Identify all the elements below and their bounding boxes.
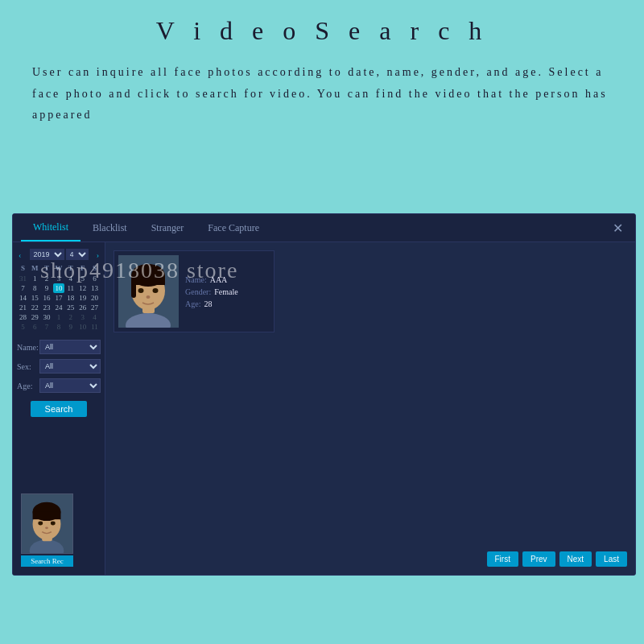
- calendar-day[interactable]: 13: [89, 283, 101, 293]
- calendar-day[interactable]: 8: [53, 322, 65, 332]
- svg-point-7: [51, 522, 56, 526]
- svg-rect-15: [131, 275, 136, 298]
- age-label: Age:: [17, 382, 39, 390]
- calendar-day[interactable]: 23: [41, 303, 53, 312]
- tab-bar: Whitelist Blacklist Stranger Face Captur…: [13, 214, 635, 242]
- svg-point-8: [45, 526, 48, 529]
- calendar-month-select[interactable]: 4: [66, 249, 89, 260]
- calendar-grid: S M T W T F S 31123456789101112: [17, 262, 101, 332]
- svg-point-6: [38, 522, 43, 526]
- calendar-prev[interactable]: ‹: [19, 250, 21, 259]
- calendar-day[interactable]: 1: [29, 274, 41, 283]
- filter-section: Name: All Sex: All Age: A: [17, 340, 101, 393]
- person-face-svg: [22, 493, 72, 554]
- calendar-day[interactable]: 27: [89, 303, 101, 312]
- search-rec-label[interactable]: Search Rec: [21, 555, 73, 567]
- calendar-day[interactable]: 5: [17, 322, 29, 332]
- calendar-day[interactable]: 31: [17, 274, 29, 283]
- calendar-day[interactable]: 28: [17, 312, 29, 322]
- photo-name-label: Name:: [185, 275, 207, 284]
- photo-gender-row: Gender: Female: [185, 287, 238, 296]
- cal-day-s2: S: [89, 262, 101, 274]
- calendar-day[interactable]: 10: [76, 322, 89, 332]
- search-button[interactable]: Search: [31, 401, 88, 417]
- person-card: Search Rec: [17, 489, 109, 571]
- cal-day-f: F: [76, 262, 89, 274]
- main-panel: Whitelist Blacklist Stranger Face Captur…: [12, 213, 636, 576]
- filter-age-row: Age: All: [17, 378, 101, 393]
- calendar-day[interactable]: 21: [17, 303, 29, 312]
- name-select[interactable]: All: [39, 340, 101, 354]
- cal-day-s: S: [17, 262, 29, 274]
- calendar-day[interactable]: 16: [41, 293, 53, 303]
- first-button[interactable]: First: [487, 551, 518, 567]
- sex-select[interactable]: All: [39, 359, 101, 374]
- svg-rect-14: [131, 275, 165, 285]
- calendar-day[interactable]: 10: [53, 283, 65, 293]
- cal-day-t: T: [41, 262, 53, 274]
- cal-day-m: M: [29, 262, 41, 274]
- calendar-day[interactable]: 4: [89, 312, 101, 322]
- filter-name-row: Name: All: [17, 340, 101, 354]
- calendar-day[interactable]: 2: [41, 274, 53, 283]
- calendar-day[interactable]: 2: [64, 312, 76, 322]
- main-content: Name: AAA Gender: Female Age: 28 First: [105, 242, 635, 575]
- calendar-next[interactable]: ›: [97, 250, 99, 259]
- calendar-day[interactable]: 3: [76, 312, 89, 322]
- next-button[interactable]: Next: [559, 551, 592, 567]
- name-label: Name:: [17, 343, 39, 352]
- calendar-year-select[interactable]: 2019: [30, 249, 64, 260]
- prev-button[interactable]: Prev: [522, 551, 555, 567]
- calendar-day[interactable]: 9: [64, 322, 76, 332]
- calendar-day[interactable]: 12: [76, 283, 89, 293]
- photo-age-label: Age:: [185, 299, 200, 308]
- sex-label: Sex:: [17, 362, 39, 371]
- left-sidebar: ‹ 2019 4 ›: [13, 242, 105, 575]
- calendar-day[interactable]: 24: [53, 303, 65, 312]
- tab-blacklist[interactable]: Blacklist: [80, 216, 139, 241]
- calendar-day[interactable]: 20: [89, 293, 101, 303]
- photo-card[interactable]: Name: AAA Gender: Female Age: 28: [114, 250, 275, 332]
- calendar-header: ‹ 2019 4 ›: [17, 246, 101, 262]
- calendar-day[interactable]: 6: [89, 274, 101, 283]
- calendar-day[interactable]: 11: [89, 322, 101, 332]
- photo-name-value: AAA: [210, 275, 228, 284]
- calendar-day[interactable]: 6: [29, 322, 41, 332]
- calendar-day[interactable]: 25: [64, 303, 76, 312]
- age-select[interactable]: All: [39, 378, 101, 393]
- calendar-day[interactable]: 9: [41, 283, 53, 293]
- calendar-day[interactable]: 4: [64, 274, 76, 283]
- tab-face-capture[interactable]: Face Capture: [196, 216, 271, 241]
- tab-whitelist[interactable]: Whitelist: [21, 215, 80, 242]
- photo-name-row: Name: AAA: [185, 275, 238, 284]
- calendar-day[interactable]: 18: [64, 293, 76, 303]
- nav-buttons: First Prev Next Last: [487, 551, 627, 567]
- calendar-day[interactable]: 11: [64, 283, 76, 293]
- filter-sex-row: Sex: All: [17, 359, 101, 374]
- calendar-day[interactable]: 5: [76, 274, 89, 283]
- photo-face-svg: [118, 255, 179, 328]
- person-thumbnail: [21, 493, 73, 554]
- calendar-day[interactable]: 15: [29, 293, 41, 303]
- calendar-day[interactable]: 7: [41, 322, 53, 332]
- calendar-day[interactable]: 3: [53, 274, 65, 283]
- calendar-day[interactable]: 22: [29, 303, 41, 312]
- calendar-day[interactable]: 29: [29, 312, 41, 322]
- close-button[interactable]: ✕: [609, 221, 627, 236]
- calendar-day[interactable]: 7: [17, 283, 29, 293]
- calendar-day[interactable]: 30: [41, 312, 53, 322]
- calendar-day[interactable]: 26: [76, 303, 89, 312]
- cal-day-t2: T: [64, 262, 76, 274]
- last-button[interactable]: Last: [596, 551, 627, 567]
- tab-stranger[interactable]: Stranger: [139, 216, 196, 241]
- svg-point-17: [153, 288, 159, 293]
- calendar-day[interactable]: 1: [53, 312, 65, 322]
- calendar-day[interactable]: 8: [29, 283, 41, 293]
- calendar-day[interactable]: 19: [76, 293, 89, 303]
- page-description: User can inquire all face photos accordi…: [32, 62, 612, 126]
- page-title: V i d e o S e a r c h: [32, 16, 612, 46]
- svg-point-18: [147, 295, 151, 299]
- cal-day-w: W: [53, 262, 65, 274]
- calendar-day[interactable]: 14: [17, 293, 29, 303]
- calendar-day[interactable]: 17: [53, 293, 65, 303]
